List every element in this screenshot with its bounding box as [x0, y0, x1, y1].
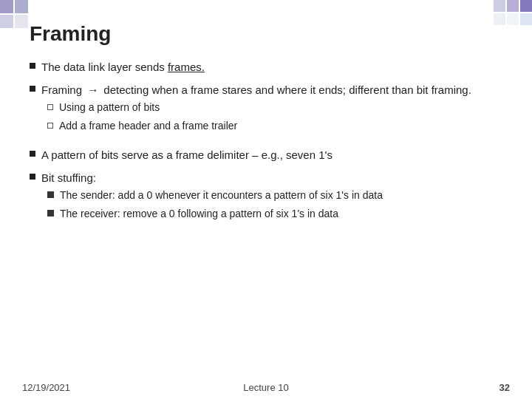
bullet-text-4: Bit stuffing: — [41, 170, 96, 185]
bullet-icon-2 — [30, 86, 35, 92]
bs-sub-item-2: The receiver: remove a 0 following a pat… — [47, 207, 383, 222]
sub-item-2-2: Add a frame header and a frame trailer — [47, 119, 237, 134]
footer-date: 12/19/2021 — [22, 382, 70, 393]
footer-page-number: 32 — [499, 382, 510, 393]
slide-title: Framing — [30, 22, 502, 46]
filled-square-icon-2 — [47, 210, 54, 216]
sub-item-2-1: Using a pattern of bits — [47, 100, 237, 115]
open-square-icon-2 — [47, 123, 53, 129]
bit-stuffing-sub-list: The sender: add a 0 whenever it encounte… — [47, 188, 383, 225]
bs-sub-text-2: The receiver: remove a 0 following a pat… — [60, 207, 338, 222]
bullet-icon-3 — [30, 151, 35, 157]
bs-sub-item-1: The sender: add a 0 whenever it encounte… — [47, 188, 383, 203]
bullet-icon-1 — [30, 63, 35, 69]
bullet-text-1: The data link layer sends frames. — [41, 59, 205, 75]
filled-square-icon-1 — [47, 191, 54, 198]
arrow-icon: → — [87, 82, 98, 98]
underline-frames: frames. — [168, 61, 205, 73]
bullet-item-4: Bit stuffing: The sender: add a 0 whenev… — [30, 170, 502, 228]
slide-content: Framing The data link layer sends frames… — [7, 7, 525, 377]
bullet-text-3: A pattern of bits serve as a frame delim… — [41, 147, 332, 163]
footer-lecture: Lecture 10 — [243, 382, 288, 393]
open-square-icon-1 — [47, 104, 53, 110]
bullet-list: The data link layer sends frames. Framin… — [30, 59, 502, 228]
sub-list-2: Using a pattern of bits Add a frame head… — [47, 100, 237, 137]
sub-text-2-1: Using a pattern of bits — [59, 100, 160, 115]
bullet-item-2: Framing → detecting when a frame stares … — [30, 82, 502, 140]
bs-sub-text-1: The sender: add a 0 whenever it encounte… — [60, 188, 383, 203]
sub-text-2-2: Add a frame header and a frame trailer — [59, 119, 237, 134]
bullet-item-1: The data link layer sends frames. — [30, 59, 502, 75]
bullet-item-3: A pattern of bits serve as a frame delim… — [30, 147, 502, 163]
bullet-icon-4 — [30, 174, 35, 180]
bullet-text-2: Framing → detecting when a frame stares … — [41, 82, 471, 98]
